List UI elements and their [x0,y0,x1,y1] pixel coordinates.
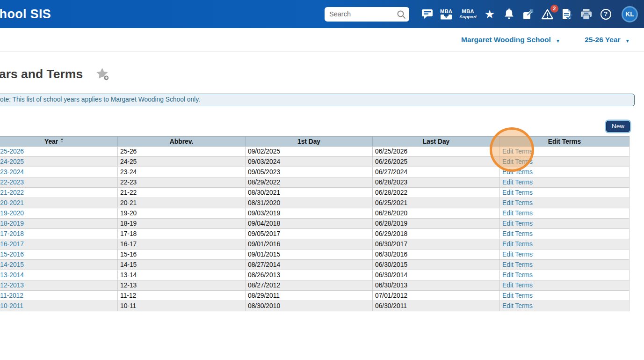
year-link[interactable]: 2025-2026 [0,148,24,155]
edit-terms-link[interactable]: Edit Terms [502,241,533,248]
table-row: 2016-2017 16-17 09/01/2016 06/30/2017 Ed… [0,239,630,250]
edit-terms-link[interactable]: Edit Terms [502,272,533,279]
table-row: 2018-2019 18-19 09/04/2018 06/28/2019 Ed… [0,219,630,229]
user-avatar[interactable]: KL [622,6,638,22]
abbrev-cell: 21-22 [118,188,246,198]
year-link[interactable]: 2019-2020 [0,210,24,217]
edit-terms-link[interactable]: Edit Terms [502,210,533,217]
table-row: 2015-2016 15-16 09/01/2015 06/30/2016 Ed… [0,250,630,260]
last-day-cell: 06/26/2025 [373,157,500,167]
favorites-star-icon[interactable] [484,8,496,20]
mba-icon[interactable]: MBA [440,9,453,20]
edit-terms-link[interactable]: Edit Terms [502,148,533,155]
first-day-cell: 09/04/2018 [246,219,373,229]
edit-terms-link[interactable]: Edit Terms [502,251,533,258]
warning-icon[interactable]: 2 [541,8,554,20]
first-day-cell: 09/05/2023 [246,167,373,177]
mba-support-icon[interactable]: MBA Support [460,9,477,19]
external-link-icon[interactable] [522,8,534,20]
abbrev-cell: 17-18 [118,229,246,239]
notifications-bell-icon[interactable] [503,8,515,20]
table-row: 2023-2024 23-24 09/05/2023 06/27/2024 Ed… [0,167,630,177]
table-row: 2011-2012 11-12 08/29/2011 07/01/2012 Ed… [0,291,630,301]
abbrev-cell: 11-12 [118,291,246,301]
table-row: 2019-2020 19-20 09/03/2019 06/26/2020 Ed… [0,208,630,219]
edit-terms-link[interactable]: Edit Terms [502,292,533,299]
year-link[interactable]: 2010-2011 [0,302,23,309]
year-link[interactable]: 2023-2024 [0,169,24,176]
table-row: 2025-2026 25-26 09/02/2025 06/25/2026 Ed… [0,147,630,157]
favorite-add-icon[interactable] [95,67,110,83]
edit-terms-link[interactable]: Edit Terms [502,261,533,268]
abbrev-cell: 25-26 [118,147,246,157]
year-link[interactable]: 2022-2023 [0,179,24,186]
last-day-cell: 07/01/2012 [373,291,500,301]
chevron-down-icon [625,36,630,44]
edit-terms-link[interactable]: Edit Terms [502,189,533,196]
last-day-cell: 06/28/2023 [373,177,500,188]
first-day-cell: 08/31/2020 [246,198,373,208]
edit-terms-link[interactable]: Edit Terms [502,169,533,176]
edit-terms-link[interactable]: Edit Terms [502,302,533,309]
year-link[interactable]: 2017-2018 [0,230,24,237]
abbrev-cell: 16-17 [118,239,246,250]
new-button[interactable]: New [606,121,630,132]
abbrev-cell: 14-15 [118,260,246,270]
column-header-last-day: Last Day [373,137,500,147]
last-day-cell: 06/27/2024 [373,167,500,177]
first-day-cell: 09/01/2015 [246,250,373,260]
abbrev-cell: 24-25 [118,157,246,167]
document-check-icon[interactable] [561,8,573,20]
comment-icon[interactable] [421,9,433,19]
last-day-cell: 06/30/2015 [373,260,500,270]
edit-terms-link[interactable]: Edit Terms [502,230,533,237]
abbrev-cell: 22-23 [118,177,246,188]
first-day-cell: 08/27/2014 [246,260,373,270]
page: School SIS MBA [0,0,644,360]
column-header-year[interactable]: Year [0,137,118,147]
year-link[interactable]: 2016-2017 [0,241,24,248]
first-day-cell: 09/01/2016 [246,239,373,250]
year-link[interactable]: 2021-2022 [0,189,24,196]
first-day-cell: 09/03/2024 [246,157,373,167]
edit-terms-link[interactable]: Edit Terms [502,158,533,165]
table-row: 2010-2011 10-11 08/30/2010 06/30/2011 Ed… [0,301,630,311]
app-logo[interactable]: School SIS [0,0,51,28]
sort-icon [60,138,64,143]
year-link[interactable]: 2024-2025 [0,158,24,165]
edit-terms-link[interactable]: Edit Terms [502,179,533,186]
context-bar: Margaret Wooding School 25-26 Year [0,28,644,51]
edit-terms-link[interactable]: Edit Terms [502,282,533,289]
abbrev-cell: 12-13 [118,280,246,291]
year-link[interactable]: 2015-2016 [0,251,24,258]
column-header-first-day: 1st Day [246,137,373,147]
year-link[interactable]: 2011-2012 [0,292,23,299]
help-icon[interactable]: ? [600,9,612,20]
abbrev-cell: 15-16 [118,250,246,260]
mba-support-label: MBA [462,9,475,14]
school-selector[interactable]: Margaret Wooding School [461,36,560,44]
last-day-cell: 06/30/2014 [373,270,500,280]
first-day-cell: 08/29/2011 [246,291,373,301]
first-day-cell: 09/05/2017 [246,229,373,239]
year-link[interactable]: 2014-2015 [0,261,24,268]
first-day-cell: 08/30/2010 [246,301,373,311]
search-icon[interactable] [397,10,406,19]
year-link[interactable]: 2012-2013 [0,282,24,289]
edit-terms-link[interactable]: Edit Terms [502,199,533,206]
printer-icon[interactable] [580,8,593,20]
topbar-actions: MBA MBA Support [325,0,644,28]
year-link[interactable]: 2018-2019 [0,220,24,227]
last-day-cell: 06/30/2017 [373,239,500,250]
last-day-cell: 06/26/2020 [373,208,500,219]
year-link[interactable]: 2013-2014 [0,272,24,279]
last-day-cell: 06/28/2019 [373,219,500,229]
table-row: 2014-2015 14-15 08/27/2014 06/30/2015 Ed… [0,260,630,270]
last-day-cell: 06/25/2026 [373,147,500,157]
edit-terms-link[interactable]: Edit Terms [502,220,533,227]
table-header-row: Year Abbrev. 1st Day Last Day Edit Terms [0,137,630,147]
first-day-cell: 09/02/2025 [246,147,373,157]
mba-support-sublabel: Support [460,15,477,19]
year-selector[interactable]: 25-26 Year [585,36,630,44]
year-link[interactable]: 2020-2021 [0,199,24,206]
